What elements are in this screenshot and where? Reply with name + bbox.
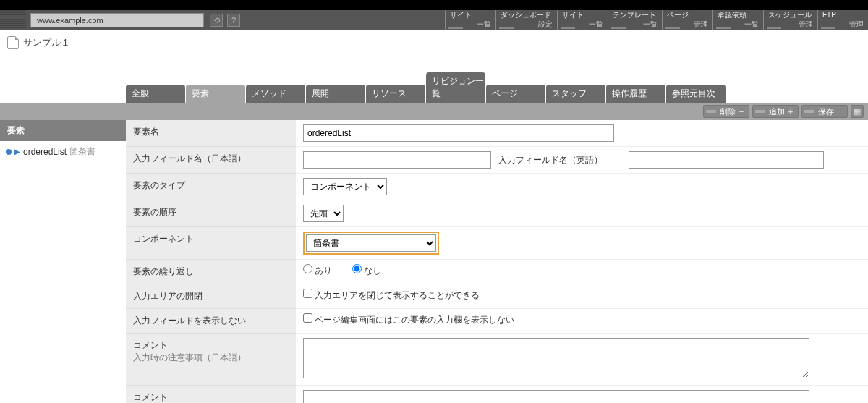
help-icon[interactable]: ? [227, 14, 240, 27]
label-order: 要素の順序 [126, 200, 296, 227]
tab-5[interactable]: リビジョン一覧 [426, 72, 485, 103]
label-comment-jp: コメント入力時の注意事項（日本語） [126, 334, 296, 386]
minus-icon: − [737, 107, 746, 116]
refresh-icon[interactable]: ⟲ [210, 14, 223, 27]
save-disk-icon[interactable]: ▦ [851, 105, 864, 118]
tab-0[interactable]: 全般 [126, 85, 185, 103]
tab-4[interactable]: リソース [366, 85, 425, 103]
tab-6[interactable]: ページ [486, 85, 545, 103]
textarea-comment-jp[interactable] [303, 338, 809, 378]
tab-1[interactable]: 要素 [186, 85, 245, 103]
checkbox-hide[interactable] [303, 313, 312, 323]
select-order[interactable]: 先頭 [303, 205, 344, 222]
label-field-en: 入力フィールド名（英語） [498, 154, 621, 166]
nav-item-5[interactable]: 承認依頼一覧 [712, 10, 763, 30]
nav-item-6[interactable]: スケジュール管理 [763, 10, 817, 30]
nav-item-2[interactable]: サイト一覧 [557, 10, 608, 30]
nav-item-7[interactable]: FTP管理 [817, 10, 868, 30]
nav-item-4[interactable]: ページ管理 [662, 10, 712, 30]
label-element-name: 要素名 [126, 120, 296, 147]
radio-repeat-yes[interactable] [303, 264, 312, 273]
tab-9[interactable]: 参照元目次 [666, 85, 726, 103]
action-bar: 削除− 追加+ 保存 ▦ [0, 103, 868, 120]
plus-icon: + [786, 107, 795, 116]
nav-item-1[interactable]: ダッシュボード設定 [495, 10, 557, 30]
page-title-row: サンプル１ [0, 30, 868, 55]
nav-item-3[interactable]: テンプレート一覧 [608, 10, 662, 30]
input-element-name[interactable] [303, 124, 614, 142]
tab-3[interactable]: 展開 [306, 85, 365, 103]
label-repeat: 要素の繰り返し [126, 260, 296, 284]
nav-item-0[interactable]: サイト一覧 [445, 10, 495, 30]
page-icon [7, 36, 19, 49]
label-hide: 入力フィールドを表示しない [126, 309, 296, 334]
tab-8[interactable]: 操作履歴 [606, 85, 665, 103]
input-field-en[interactable] [629, 151, 824, 169]
sidebar-item-code: orderedList [23, 147, 67, 157]
label-field-jp: 入力フィールド名（日本語） [126, 147, 296, 174]
tab-7[interactable]: スタッフ [546, 85, 605, 103]
grip-icon [0, 10, 26, 30]
radio-repeat-no[interactable] [352, 264, 362, 273]
label-type: 要素のタイプ [126, 174, 296, 200]
input-field-jp[interactable] [303, 151, 491, 169]
select-type[interactable]: コンポーネント [303, 178, 387, 195]
tab-2[interactable]: メソッド [246, 85, 305, 103]
url-bar: www.example.com ⟲ ? サイト一覧ダッシュボード設定サイト一覧テ… [0, 10, 868, 30]
delete-button[interactable]: 削除− [703, 105, 749, 118]
sidebar-item-label: 箇条書 [69, 145, 95, 158]
textarea-comment-en[interactable] [303, 390, 809, 403]
label-collapse: 入力エリアの開閉 [126, 284, 296, 309]
chevron-right-icon: ▶ [14, 148, 20, 156]
bullet-icon [6, 149, 12, 155]
url-display: www.example.com [30, 13, 204, 27]
page-title: サンプル１ [23, 36, 70, 49]
label-component: コンポーネント [126, 227, 296, 260]
save-button[interactable]: 保存 [801, 105, 848, 118]
sidebar-item-orderedlist[interactable]: ▶ orderedList 箇条書 [0, 141, 126, 162]
select-component[interactable]: 箇条書 [306, 234, 436, 252]
sidebar-header: 要素 [0, 120, 126, 141]
checkbox-collapse[interactable] [303, 289, 312, 298]
add-button[interactable]: 追加+ [752, 105, 799, 118]
label-comment-en: コメント入力時の注意事項（英語） [126, 386, 296, 404]
